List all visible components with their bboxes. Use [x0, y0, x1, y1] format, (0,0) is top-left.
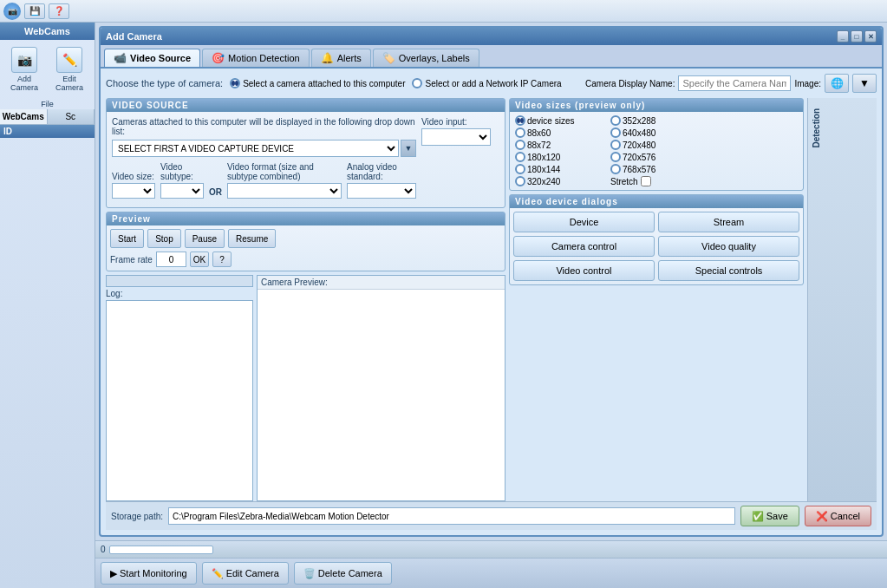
image-browse-btn[interactable]: ▼	[852, 74, 877, 93]
tab-video-source-label: Video Source	[130, 53, 191, 63]
edit-camera-label: Edit Camera	[52, 75, 87, 92]
size-640x480[interactable]: 640x480	[610, 127, 702, 138]
log-label: Log:	[106, 289, 253, 298]
tab-motion-detection-label: Motion Detection	[228, 53, 300, 63]
video-subtype-label: Video subtype:	[160, 162, 204, 181]
analog-standard-label: Analog video standard:	[347, 162, 416, 181]
video-source-body: Cameras attached to this computer will b…	[107, 112, 505, 207]
radio-720x576	[610, 152, 621, 162]
dialog-close-btn[interactable]: ✕	[864, 30, 877, 42]
edit-camera-label: Edit Camera	[226, 568, 279, 578]
frame-rate-label: Frame rate	[110, 255, 153, 265]
preview-body: Start Stop Pause Resume Frame rate OK	[107, 225, 505, 271]
video-input-select[interactable]	[421, 128, 491, 146]
dialog-maximize-btn[interactable]: □	[851, 30, 863, 42]
pause-btn[interactable]: Pause	[185, 229, 225, 248]
sidebar-item-add-camera[interactable]: 📷 Add Camera	[3, 43, 45, 95]
dialog-minimize-btn[interactable]: _	[837, 30, 849, 42]
stretch-label: Stretch	[610, 177, 638, 186]
radio-network-label: Select or add a Network IP Camera	[425, 79, 561, 88]
dialog-body: Choose the type of camera: Select a came…	[101, 69, 882, 535]
size-180x120[interactable]: 180x120	[515, 152, 607, 162]
radio-network-camera[interactable]: Select or add a Network IP Camera	[412, 78, 561, 88]
device-btn-stream[interactable]: Stream	[658, 212, 799, 232]
device-btn-video-quality[interactable]: Video quality	[658, 236, 799, 257]
sidebar-tabs: WebCams Sc	[0, 109, 95, 125]
log-section: Log:	[106, 275, 253, 501]
size-88x72[interactable]: 88x72	[515, 140, 607, 150]
radio-attached-camera[interactable]: Select a camera attached to this compute…	[230, 78, 405, 88]
sidebar-list-header: ID	[0, 125, 95, 138]
video-size-group: Video size:	[112, 172, 155, 199]
stop-btn[interactable]: Stop	[147, 229, 181, 248]
save-btn[interactable]: ✅ Save	[740, 506, 799, 526]
dialog-titlebar: Add Camera _ □ ✕	[101, 28, 882, 45]
device-btn-special-controls[interactable]: Special controls	[658, 260, 799, 281]
help-toolbar-btn[interactable]: ❓	[49, 3, 69, 19]
delete-camera-btn[interactable]: 🗑️ Delete Camera	[294, 562, 392, 585]
cancel-label: Cancel	[831, 511, 860, 521]
tab-sc[interactable]: Sc	[48, 109, 95, 124]
analog-standard-group: Analog video standard:	[347, 162, 416, 199]
preview-title: Preview	[107, 212, 505, 225]
size-320x240[interactable]: 320x240	[515, 176, 607, 186]
frame-rate-input[interactable]	[156, 252, 186, 267]
size-720x480[interactable]: 720x480	[610, 140, 702, 150]
storage-path-input[interactable]	[168, 507, 735, 525]
radio-180x120	[515, 152, 525, 162]
tab-motion-detection[interactable]: 🎯 Motion Detection	[202, 49, 310, 67]
frame-rate-ok-btn[interactable]: OK	[190, 252, 209, 267]
edit-camera-bottom-btn[interactable]: ✏️ Edit Camera	[202, 562, 289, 585]
stretch-row[interactable]: Stretch	[610, 176, 702, 186]
overlays-tab-icon: 🏷️	[382, 52, 395, 64]
size-88x60[interactable]: 88x60	[515, 127, 607, 138]
sidebar-item-edit-camera[interactable]: ✏️ Edit Camera	[49, 43, 90, 95]
tab-webcams[interactable]: WebCams	[0, 109, 48, 124]
sidebar-list[interactable]	[0, 138, 95, 588]
size-352x288[interactable]: 352x288	[610, 115, 702, 126]
display-name-input[interactable]	[678, 75, 791, 91]
start-btn[interactable]: Start	[110, 229, 144, 248]
edit-camera-icon: ✏️	[56, 47, 82, 73]
radio-device-sizes	[515, 115, 525, 126]
video-source-section: VIDEO SOURCE Cameras attached to this co…	[106, 98, 505, 208]
motion-detection-label: Detection	[812, 108, 821, 148]
dialog-title: Add Camera	[106, 31, 162, 42]
device-select[interactable]: SELECT FIRST A VIDEO CAPTURE DEVICE	[112, 140, 399, 157]
analog-standard-select[interactable]	[347, 183, 416, 199]
video-source-inner: Cameras attached to this computer will b…	[112, 117, 499, 202]
device-select-arrow[interactable]: ▼	[401, 140, 416, 157]
tab-video-source[interactable]: 📹 Video Source	[104, 49, 200, 67]
video-subtype-select[interactable]	[160, 183, 204, 199]
radio-720x480	[610, 140, 621, 150]
save-icon: ✅	[752, 511, 764, 522]
video-format-select[interactable]	[227, 183, 342, 199]
image-select-btn[interactable]: 🌐	[825, 74, 849, 93]
cancel-btn[interactable]: ❌ Cancel	[805, 506, 871, 526]
tab-overlays[interactable]: 🏷️ Overlays, Labels	[373, 49, 479, 67]
add-camera-label: Add Camera	[7, 75, 42, 92]
size-device-sizes[interactable]: device sizes	[515, 115, 607, 126]
resume-btn[interactable]: Resume	[228, 229, 276, 248]
tab-alerts[interactable]: 🔔 Alerts	[311, 49, 371, 67]
radio-180x144	[515, 164, 525, 174]
sidebar-icons: 📷 Add Camera ✏️ Edit Camera	[0, 40, 95, 99]
motion-detection-tab-icon: 🎯	[212, 52, 225, 64]
frame-rate-help-btn[interactable]: ?	[212, 252, 232, 267]
stretch-checkbox[interactable]	[641, 176, 651, 186]
video-size-label: Video size:	[112, 172, 155, 181]
start-monitoring-label: Start Monitoring	[120, 568, 187, 578]
video-size-select[interactable]	[112, 183, 155, 199]
size-180x144[interactable]: 180x144	[515, 164, 607, 174]
log-content[interactable]	[106, 300, 253, 501]
device-btn-device[interactable]: Device	[513, 212, 655, 232]
device-btn-camera-control[interactable]: Camera control	[513, 236, 655, 257]
save-toolbar-btn[interactable]: 💾	[24, 3, 45, 19]
video-sizes-grid: device sizes 352x288	[515, 115, 798, 186]
size-768x576[interactable]: 768x576	[610, 164, 702, 174]
start-monitoring-btn[interactable]: ▶ Start Monitoring	[101, 562, 197, 585]
dialog-tabs: 📹 Video Source 🎯 Motion Detection 🔔 Aler…	[101, 45, 882, 69]
size-720x576[interactable]: 720x576	[610, 152, 702, 162]
top-toolbar: 📷 💾 ❓	[0, 0, 887, 23]
device-btn-video-control[interactable]: Video control	[513, 260, 655, 281]
